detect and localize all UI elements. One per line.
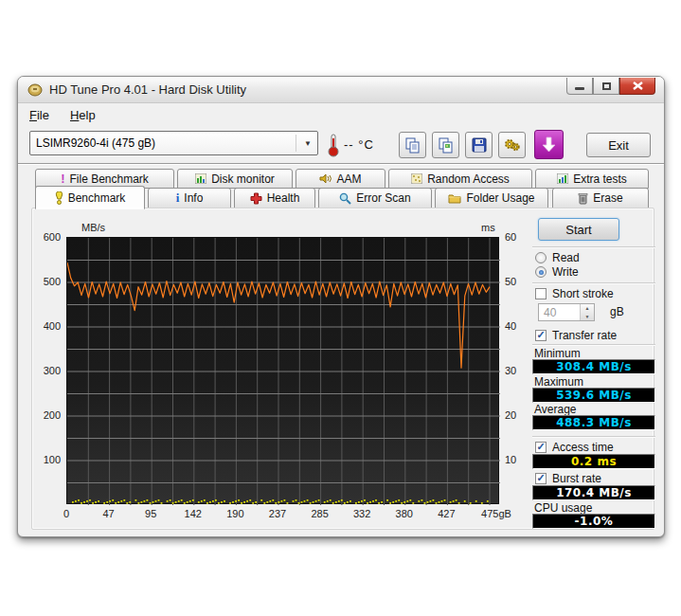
axis-tick: 380: [383, 508, 426, 519]
disk-monitor-icon: [195, 173, 206, 184]
average-label: Average: [534, 403, 576, 416]
extra-tests-icon: [557, 173, 568, 184]
tab-folder-usage[interactable]: Folder Usage: [435, 188, 548, 208]
tab-erase[interactable]: Erase: [552, 188, 649, 208]
maximum-value: 539.6 MB/s: [532, 388, 655, 403]
title-bar[interactable]: HD Tune Pro 4.01 - Hard Disk Utility: [18, 77, 664, 103]
divider: [532, 246, 655, 248]
short-stroke-unit: gB: [610, 305, 624, 318]
average-value: 488.3 MB/s: [532, 415, 655, 430]
drive-select[interactable]: LSIMR9260-4i (475 gB) ▼: [29, 131, 318, 155]
options-gears-icon: [504, 137, 521, 153]
menu-file[interactable]: File: [29, 108, 49, 122]
copy-text-icon: [404, 137, 421, 154]
copy-text-button[interactable]: [399, 132, 426, 158]
axis-tick: 0: [45, 508, 88, 519]
tab-health[interactable]: Health: [234, 188, 315, 208]
cpu-usage-value: -1.0%: [532, 514, 655, 529]
axis-tick: 285: [298, 508, 342, 519]
write-radio[interactable]: Write: [535, 265, 579, 279]
axis-tick: 10: [505, 454, 516, 465]
tab-extra-tests[interactable]: Extra tests: [535, 169, 649, 189]
health-icon: [250, 192, 262, 205]
axis-tick: 300: [36, 365, 61, 376]
minimum-label: Minimum: [534, 347, 581, 360]
divider: [532, 282, 655, 284]
start-button[interactable]: Start: [538, 218, 619, 241]
minimize-icon: [575, 87, 584, 90]
random-access-icon: [411, 173, 422, 184]
chevron-down-icon: ▼: [296, 135, 312, 152]
transfer-rate-checkbox[interactable]: Transfer rate: [535, 329, 617, 342]
tab-error-scan[interactable]: Error Scan: [318, 188, 432, 208]
erase-icon: [578, 192, 588, 205]
tab-random-access[interactable]: Random Access: [388, 169, 532, 189]
left-axis-unit: MB/s: [81, 222, 105, 233]
axis-tick: 142: [171, 508, 215, 519]
options-button[interactable]: [498, 132, 526, 158]
access-time-checkbox[interactable]: Access time: [535, 441, 614, 454]
burst-rate-box: [535, 473, 547, 484]
burst-rate-value: 170.4 MB/s: [532, 485, 655, 500]
maximize-icon: [602, 82, 611, 90]
access-time-value: 0.2 ms: [532, 454, 655, 469]
write-radio-circle: [535, 266, 547, 278]
axis-tick: 20: [505, 409, 516, 421]
axis-tick: 400: [36, 320, 61, 332]
axis-tick: 500: [36, 276, 61, 287]
read-radio-circle: [535, 252, 547, 263]
exit-button[interactable]: Exit: [586, 133, 651, 157]
info-icon: i: [176, 190, 180, 206]
copy-image-icon: [438, 137, 454, 154]
tab-disk-monitor[interactable]: Disk monitor: [177, 169, 293, 189]
stepper-arrows-icon[interactable]: ▲▼: [580, 304, 594, 320]
axis-tick: 40: [505, 320, 516, 332]
drive-select-value: LSIMR9260-4i (475 gB): [36, 136, 155, 150]
read-radio[interactable]: Read: [535, 251, 580, 264]
thermometer-icon: [328, 133, 339, 157]
minimum-value: 308.4 MB/s: [532, 359, 655, 374]
benchmark-icon: [55, 191, 63, 205]
maximum-label: Maximum: [534, 375, 583, 389]
tab-aam[interactable]: AAM: [296, 169, 385, 189]
file-benchmark-icon: !: [61, 174, 64, 184]
app-window: HD Tune Pro 4.01 - Hard Disk Utility Fil…: [17, 76, 665, 537]
tab-info[interactable]: i Info: [148, 188, 231, 208]
temperature-value: -- °C: [344, 137, 374, 152]
transfer-rate-box: [535, 330, 547, 341]
maximize-button[interactable]: [593, 78, 619, 95]
minimize-button[interactable]: [566, 78, 593, 95]
burst-rate-checkbox[interactable]: Burst rate: [535, 472, 601, 485]
short-stroke-stepper[interactable]: 40 ▲▼: [538, 303, 595, 321]
short-stroke-checkbox[interactable]: Short stroke: [535, 287, 614, 300]
benchmark-chart: [66, 237, 499, 504]
transfer-rate-plot: [67, 238, 500, 505]
close-button[interactable]: [619, 78, 655, 95]
window-title: HD Tune Pro 4.01 - Hard Disk Utility: [49, 82, 246, 97]
menu-help[interactable]: Help: [70, 108, 96, 122]
toolbar: LSIMR9260-4i (475 gB) ▼ -- °C: [18, 126, 664, 164]
benchmark-page: MB/s ms 600500400300200100 605040302010 …: [31, 208, 654, 530]
axis-tick: 475gB: [475, 508, 518, 519]
folder-usage-icon: [448, 193, 461, 204]
axis-tick: 237: [256, 508, 299, 519]
right-axis-unit: ms: [481, 222, 495, 233]
axis-tick: 200: [36, 409, 61, 421]
menu-bar: File Help: [18, 103, 664, 126]
copy-image-button[interactable]: [432, 132, 459, 158]
axis-tick: 100: [36, 454, 61, 465]
download-button[interactable]: [534, 130, 564, 159]
divider: [532, 344, 655, 346]
axis-tick: 50: [505, 276, 516, 287]
axis-tick: 60: [505, 231, 516, 243]
axis-tick: 47: [87, 508, 131, 519]
divider: [532, 436, 655, 438]
axis-tick: 190: [213, 508, 257, 519]
cpu-usage-label: CPU usage: [534, 501, 592, 515]
axis-tick: 427: [424, 508, 468, 519]
download-arrow-icon: [542, 136, 556, 153]
access-time-box: [535, 442, 547, 453]
save-icon: [472, 137, 487, 153]
save-button[interactable]: [465, 132, 493, 158]
tab-benchmark[interactable]: Benchmark: [35, 186, 145, 209]
